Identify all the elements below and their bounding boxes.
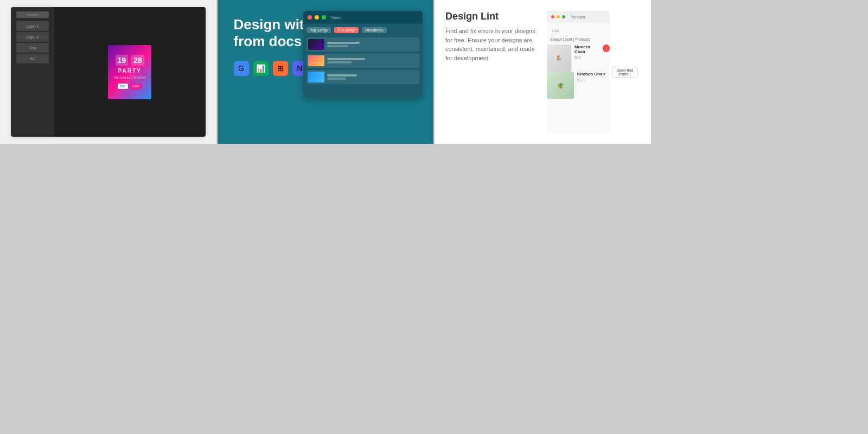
lint-title: Design Lint bbox=[445, 11, 539, 22]
min-dot bbox=[315, 15, 319, 20]
main-grid: Timeline Layer 1 Layer 2 Text BG 19 28 P… bbox=[0, 0, 868, 434]
preview-line-f bbox=[327, 78, 346, 80]
sidebar-item-1[interactable]: Layer 1 bbox=[16, 21, 49, 31]
lint-card-header: Products bbox=[547, 11, 610, 23]
figma-tool-preview: Timeline Layer 1 Layer 2 Text BG 19 28 P… bbox=[11, 7, 206, 137]
date-19: 19 bbox=[116, 55, 129, 66]
figma-sidebar: Timeline Layer 1 Layer 2 Text BG bbox=[11, 7, 54, 137]
preview-item-3 bbox=[307, 70, 419, 84]
data-preview-card: Goals Top Songs Top Songs Milestones bbox=[303, 11, 423, 98]
open-find-errors-button[interactable]: Open find errors ↓ bbox=[612, 67, 637, 78]
sidebar-item-3[interactable]: Text bbox=[16, 43, 49, 53]
lint-desc: Find and fix errors in your designs for … bbox=[445, 27, 539, 62]
product-row-1: 🪑 Modern Chair $89 ! bbox=[547, 44, 610, 72]
sidebar-header: Timeline bbox=[16, 11, 49, 18]
product-info-2: Kitchen Chair $120 bbox=[577, 72, 605, 99]
figma-canvas: 19 28 PARTY THE CONDUCTOR MIXES BUY RSVP bbox=[54, 7, 206, 137]
lint-preview: Products List Search | Sort | Products 🪑… bbox=[547, 11, 640, 133]
party-poster: 19 28 PARTY THE CONDUCTOR MIXES BUY RSVP bbox=[108, 45, 151, 99]
search-area: Search | Sort | Products bbox=[550, 37, 607, 41]
sidebar-item-4[interactable]: BG bbox=[16, 54, 49, 63]
preview-item-2 bbox=[307, 54, 419, 68]
preview-line-d bbox=[327, 61, 352, 63]
product-img-2: 🪴 bbox=[547, 72, 574, 99]
preview-tabs: Top Songs Top Songs Milestones bbox=[307, 27, 419, 33]
tab-songs[interactable]: Top Songs bbox=[307, 27, 331, 33]
preview-lines-1 bbox=[327, 42, 360, 47]
tab-top-songs[interactable]: Top Songs bbox=[334, 27, 359, 33]
product-row-2: 🪴 Kitchen Chair $120 bbox=[547, 72, 610, 99]
preview-thumb-3 bbox=[308, 72, 324, 82]
party-label: PARTY bbox=[118, 68, 142, 74]
preview-line-b bbox=[327, 45, 349, 47]
cell-design-lint: Design Lint Find and fix errors in your … bbox=[435, 0, 651, 144]
preview-title-bar: Goals bbox=[331, 16, 341, 20]
party-buttons: BUY RSVP bbox=[118, 84, 142, 89]
date-28: 28 bbox=[131, 55, 144, 66]
max-dot bbox=[322, 15, 326, 20]
lint-dot-min bbox=[557, 15, 560, 18]
preview-line-c bbox=[327, 58, 365, 60]
preview-header: Goals bbox=[303, 11, 423, 24]
party-btn-1[interactable]: BUY bbox=[118, 84, 127, 89]
lint-actions: Open find errors ↓ bbox=[610, 65, 640, 80]
products-header: List bbox=[550, 26, 607, 35]
preview-thumb-1 bbox=[308, 39, 324, 50]
party-date: 19 28 bbox=[116, 55, 144, 66]
party-btn-2[interactable]: RSVP bbox=[130, 84, 142, 89]
list-header-label: List bbox=[552, 28, 559, 33]
preview-lines-3 bbox=[327, 74, 357, 80]
lint-dot-close bbox=[551, 15, 554, 18]
sidebar-item-2[interactable]: Layer 2 bbox=[16, 32, 49, 42]
product-name-1: Modern Chair bbox=[575, 44, 600, 54]
preview-content: Top Songs Top Songs Milestones bbox=[303, 24, 423, 87]
product-img-1: 🪑 bbox=[547, 44, 571, 72]
party-subtitle: THE CONDUCTOR MIXES bbox=[111, 76, 149, 79]
cell-design-with-data: Design with datafrom docs & apps. G 📊 ⊞ … bbox=[218, 0, 434, 144]
preview-line-a bbox=[327, 42, 360, 44]
product-sub-2: $120 bbox=[577, 78, 605, 82]
product-info-1: Modern Chair $89 bbox=[575, 44, 600, 72]
preview-item-1 bbox=[307, 37, 419, 52]
cell-figma-tool: Timeline Layer 1 Layer 2 Text BG 19 28 P… bbox=[0, 0, 216, 144]
close-dot bbox=[308, 15, 312, 20]
preview-thumb-2 bbox=[308, 55, 324, 66]
airtable-icon: ⊞ bbox=[273, 61, 288, 76]
tab-milestones[interactable]: Milestones bbox=[362, 27, 386, 33]
google-icon: G bbox=[234, 61, 249, 76]
preview-line-e bbox=[327, 74, 357, 76]
lint-card: Products List Search | Sort | Products 🪑… bbox=[547, 11, 610, 133]
lint-dot-max bbox=[562, 15, 565, 18]
lint-info: Design Lint Find and fix errors in your … bbox=[445, 11, 539, 133]
products-list: List Search | Sort | Products bbox=[547, 23, 610, 44]
error-badge-1: ! bbox=[603, 44, 610, 52]
preview-lines-2 bbox=[327, 58, 365, 63]
product-sub-1: $89 bbox=[575, 56, 600, 60]
lint-card-title-bar: Products bbox=[571, 15, 586, 19]
product-name-2: Kitchen Chair bbox=[577, 72, 605, 76]
sheets-icon: 📊 bbox=[253, 61, 269, 76]
